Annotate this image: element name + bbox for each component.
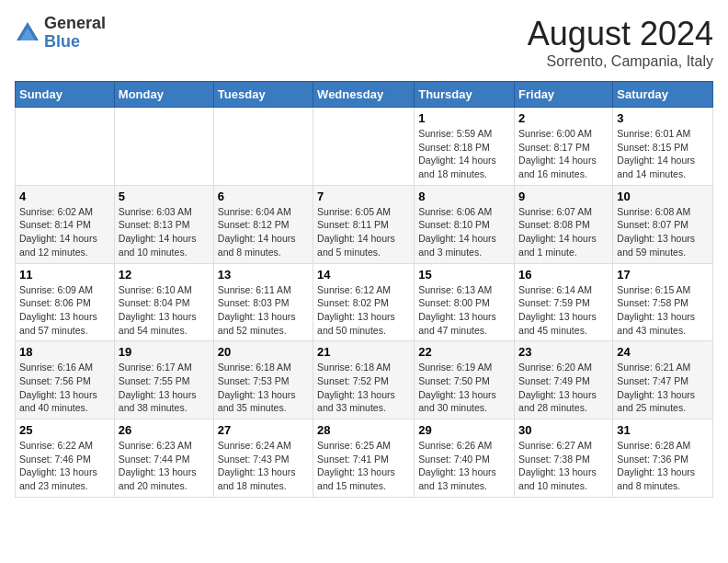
day-number: 19 [119,345,210,359]
day-info: Sunrise: 6:26 AM Sunset: 7:40 PM Dayligh… [418,439,510,493]
day-number: 2 [518,111,609,125]
calendar-cell: 21Sunrise: 6:18 AM Sunset: 7:52 PM Dayli… [313,341,415,419]
day-info: Sunrise: 6:03 AM Sunset: 8:13 PM Dayligh… [119,205,210,259]
day-number: 31 [617,423,709,437]
day-info: Sunrise: 6:02 AM Sunset: 8:14 PM Dayligh… [19,205,110,259]
day-info: Sunrise: 6:24 AM Sunset: 7:43 PM Dayligh… [218,439,309,493]
calendar-cell: 13Sunrise: 6:11 AM Sunset: 8:03 PM Dayli… [213,263,313,341]
logo-general-text: General [44,15,106,33]
calendar-cell: 18Sunrise: 6:16 AM Sunset: 7:56 PM Dayli… [16,341,115,419]
day-number: 22 [418,345,510,359]
logo-blue-text: Blue [44,33,106,52]
day-info: Sunrise: 6:17 AM Sunset: 7:55 PM Dayligh… [119,361,210,415]
calendar-cell: 20Sunrise: 6:18 AM Sunset: 7:53 PM Dayli… [213,341,313,419]
day-number: 13 [218,268,309,282]
calendar-cell: 30Sunrise: 6:27 AM Sunset: 7:38 PM Dayli… [515,419,613,498]
calendar-cell: 28Sunrise: 6:25 AM Sunset: 7:41 PM Dayli… [313,419,415,498]
calendar-cell: 14Sunrise: 6:12 AM Sunset: 8:02 PM Dayli… [313,263,415,341]
day-info: Sunrise: 6:15 AM Sunset: 7:58 PM Dayligh… [617,283,709,338]
calendar-cell: 5Sunrise: 6:03 AM Sunset: 8:13 PM Daylig… [114,185,213,263]
day-number: 27 [218,423,309,437]
calendar-cell: 29Sunrise: 6:26 AM Sunset: 7:40 PM Dayli… [415,419,515,498]
title-block: August 2024 Sorrento, Campania, Italy [528,15,713,70]
day-info: Sunrise: 6:22 AM Sunset: 7:46 PM Dayligh… [19,439,110,493]
day-info: Sunrise: 6:05 AM Sunset: 8:11 PM Dayligh… [317,205,410,259]
day-info: Sunrise: 6:21 AM Sunset: 7:47 PM Dayligh… [617,361,709,415]
calendar-cell [313,108,415,186]
weekday-header: Thursday [415,82,515,108]
calendar-cell: 16Sunrise: 6:14 AM Sunset: 7:59 PM Dayli… [515,263,613,341]
calendar-cell: 19Sunrise: 6:17 AM Sunset: 7:55 PM Dayli… [114,341,213,419]
day-info: Sunrise: 6:18 AM Sunset: 7:52 PM Dayligh… [317,361,410,415]
calendar-cell: 22Sunrise: 6:19 AM Sunset: 7:50 PM Dayli… [415,341,515,419]
day-info: Sunrise: 6:04 AM Sunset: 8:12 PM Dayligh… [218,205,309,259]
calendar-body: 1Sunrise: 5:59 AM Sunset: 8:18 PM Daylig… [16,108,713,498]
day-number: 24 [617,345,709,359]
day-number: 30 [518,423,609,437]
day-info: Sunrise: 6:20 AM Sunset: 7:49 PM Dayligh… [518,361,609,415]
calendar-cell [213,108,313,186]
day-number: 18 [19,345,110,359]
day-number: 14 [317,268,410,282]
day-number: 3 [617,111,709,125]
day-number: 7 [317,190,410,203]
calendar-cell: 2Sunrise: 6:00 AM Sunset: 8:17 PM Daylig… [515,108,613,186]
day-info: Sunrise: 6:25 AM Sunset: 7:41 PM Dayligh… [317,439,410,493]
day-info: Sunrise: 6:23 AM Sunset: 7:44 PM Dayligh… [119,439,210,493]
calendar-cell: 7Sunrise: 6:05 AM Sunset: 8:11 PM Daylig… [313,185,415,263]
day-number: 20 [218,345,309,359]
day-number: 28 [317,423,410,437]
logo-text: General Blue [44,15,106,52]
day-info: Sunrise: 6:19 AM Sunset: 7:50 PM Dayligh… [418,361,510,415]
day-number: 8 [418,190,510,203]
page-header: General Blue August 2024 Sorrento, Campa… [15,15,713,70]
calendar-cell: 26Sunrise: 6:23 AM Sunset: 7:44 PM Dayli… [114,419,213,498]
day-number: 1 [418,111,510,125]
weekday-header: Friday [515,82,613,108]
weekday-header: Sunday [16,82,115,108]
day-info: Sunrise: 6:11 AM Sunset: 8:03 PM Dayligh… [218,283,309,338]
calendar-cell: 11Sunrise: 6:09 AM Sunset: 8:06 PM Dayli… [16,263,115,341]
calendar-cell: 12Sunrise: 6:10 AM Sunset: 8:04 PM Dayli… [114,263,213,341]
day-info: Sunrise: 6:14 AM Sunset: 7:59 PM Dayligh… [518,283,609,338]
day-info: Sunrise: 6:16 AM Sunset: 7:56 PM Dayligh… [19,361,110,415]
day-number: 29 [418,423,510,437]
calendar-cell: 17Sunrise: 6:15 AM Sunset: 7:58 PM Dayli… [613,263,713,341]
day-info: Sunrise: 6:08 AM Sunset: 8:07 PM Dayligh… [617,205,709,259]
day-number: 23 [518,345,609,359]
calendar-table: SundayMondayTuesdayWednesdayThursdayFrid… [15,81,713,498]
day-number: 5 [119,190,210,203]
day-info: Sunrise: 6:06 AM Sunset: 8:10 PM Dayligh… [418,205,510,259]
day-info: Sunrise: 6:00 AM Sunset: 8:17 PM Dayligh… [518,127,609,181]
day-number: 25 [19,423,110,437]
day-info: Sunrise: 6:13 AM Sunset: 8:00 PM Dayligh… [418,283,510,338]
weekday-header: Monday [114,82,213,108]
calendar-cell [114,108,213,186]
calendar-cell: 3Sunrise: 6:01 AM Sunset: 8:15 PM Daylig… [613,108,713,186]
calendar-cell: 25Sunrise: 6:22 AM Sunset: 7:46 PM Dayli… [16,419,115,498]
weekday-header: Wednesday [313,82,415,108]
day-info: Sunrise: 6:12 AM Sunset: 8:02 PM Dayligh… [317,283,410,338]
calendar-cell: 6Sunrise: 6:04 AM Sunset: 8:12 PM Daylig… [213,185,313,263]
calendar-week-row: 4Sunrise: 6:02 AM Sunset: 8:14 PM Daylig… [16,185,713,263]
calendar-cell: 4Sunrise: 6:02 AM Sunset: 8:14 PM Daylig… [16,185,115,263]
day-number: 10 [617,190,709,203]
calendar-week-row: 18Sunrise: 6:16 AM Sunset: 7:56 PM Dayli… [16,341,713,419]
day-info: Sunrise: 6:28 AM Sunset: 7:36 PM Dayligh… [617,439,709,493]
calendar-cell: 31Sunrise: 6:28 AM Sunset: 7:36 PM Dayli… [613,419,713,498]
calendar-cell: 10Sunrise: 6:08 AM Sunset: 8:07 PM Dayli… [613,185,713,263]
calendar-cell: 27Sunrise: 6:24 AM Sunset: 7:43 PM Dayli… [213,419,313,498]
day-number: 17 [617,268,709,282]
calendar-cell: 15Sunrise: 6:13 AM Sunset: 8:00 PM Dayli… [415,263,515,341]
weekday-row: SundayMondayTuesdayWednesdayThursdayFrid… [16,82,713,108]
subtitle: Sorrento, Campania, Italy [528,53,713,70]
calendar-cell: 8Sunrise: 6:06 AM Sunset: 8:10 PM Daylig… [415,185,515,263]
day-number: 11 [19,268,110,282]
calendar-cell: 24Sunrise: 6:21 AM Sunset: 7:47 PM Dayli… [613,341,713,419]
day-number: 9 [518,190,609,203]
calendar-cell [16,108,115,186]
day-info: Sunrise: 6:07 AM Sunset: 8:08 PM Dayligh… [518,205,609,259]
calendar-cell: 9Sunrise: 6:07 AM Sunset: 8:08 PM Daylig… [515,185,613,263]
calendar-cell: 1Sunrise: 5:59 AM Sunset: 8:18 PM Daylig… [415,108,515,186]
day-info: Sunrise: 6:10 AM Sunset: 8:04 PM Dayligh… [119,283,210,338]
